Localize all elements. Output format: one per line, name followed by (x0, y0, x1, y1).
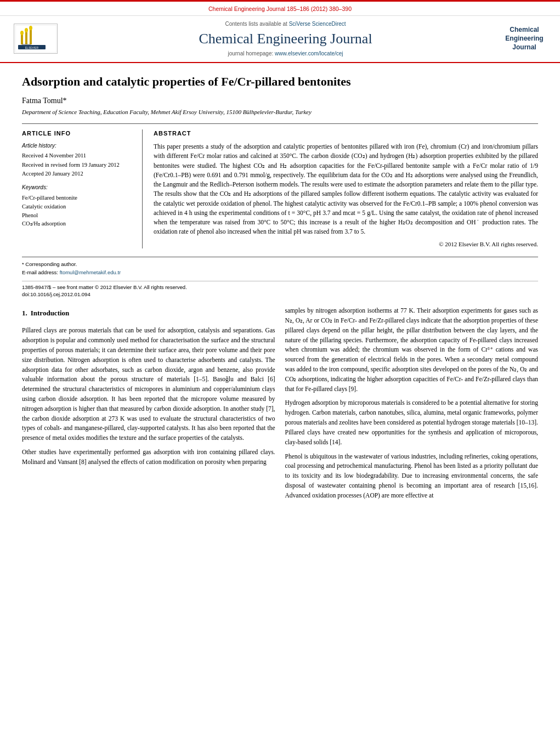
keyword-1: Fe/Cr-pillared bentonite (22, 194, 134, 202)
elsevier-logo: ELSEVIER (11, 24, 60, 54)
section1-number: 1. (22, 308, 27, 318)
homepage-url[interactable]: www.elsevier.com/locate/cej (275, 50, 343, 56)
svg-point-6 (29, 26, 32, 30)
sciverse-prefix: Contents lists available at (225, 21, 287, 27)
svg-rect-5 (30, 29, 32, 44)
header-right: Chemical Engineering Journal (500, 26, 549, 52)
body-left-col: 1. Introduction Pillared clays are porou… (22, 306, 275, 505)
revised-date: Received in revised form 19 January 2012 (22, 161, 134, 169)
article-info-col: ARTICLE INFO Article history: Received 4… (22, 129, 143, 248)
homepage-prefix: journal homepage: (228, 50, 273, 56)
body-right-col: samples by nitrogen adsorption isotherms… (285, 306, 539, 505)
body-col2-para3: Phenol is ubiquitous in the wastewater o… (285, 452, 539, 501)
abstract-col: ABSTRACT This paper presents a study of … (154, 129, 538, 248)
article-content: Adsorption and catalytic properties of F… (0, 63, 560, 516)
svg-text:ELSEVIER: ELSEVIER (25, 46, 38, 49)
abstract-heading: ABSTRACT (154, 129, 538, 138)
svg-point-4 (25, 28, 28, 32)
header-center: Contents lists available at SciVerse Sci… (71, 20, 500, 58)
body-col1-para1: Pillared clays are porous materials that… (22, 326, 275, 443)
article-info-abstract: ARTICLE INFO Article history: Received 4… (22, 123, 538, 248)
keyword-3: Phenol (22, 211, 134, 220)
copyright-line: © 2012 Elsevier B.V. All rights reserved… (154, 240, 538, 248)
body-col2-para2: Hydrogen adsorption by microporous mater… (285, 398, 539, 447)
article-footnote-area: * Corresponding author. E-mail address: … (22, 257, 538, 298)
keywords-section: Keywords: Fe/Cr-pillared bentonite Catal… (22, 184, 134, 228)
section-title-row: 1. Introduction (22, 306, 275, 323)
body-two-col: 1. Introduction Pillared clays are porou… (22, 306, 538, 505)
email-row: E-mail address: ftomul@mehmetakif.edu.tr (22, 269, 538, 276)
svg-rect-3 (25, 31, 27, 44)
email-label: E-mail address: (22, 269, 58, 275)
article-info-heading: ARTICLE INFO (22, 129, 134, 138)
body-col2-para1: samples by nitrogen adsorption isotherms… (285, 306, 539, 394)
abstract-text: This paper presents a study of the adsor… (154, 142, 538, 237)
section1-title: Introduction (31, 308, 70, 318)
page: Chemical Engineering Journal 185–186 (20… (0, 0, 560, 741)
corresponding-note: * Corresponding author. (22, 261, 77, 268)
sciverse-link: SciVerse ScienceDirect (289, 21, 346, 27)
journal-header-bar: Chemical Engineering Journal 185–186 (20… (0, 0, 560, 13)
received-date: Received 4 November 2011 (22, 152, 134, 160)
footnote-row: * Corresponding author. (22, 261, 538, 268)
issn-text: 1385-8947/$ – see front matter © 2012 El… (22, 284, 538, 291)
sciverse-line: Contents lists available at SciVerse Sci… (71, 20, 500, 28)
journal-name-right: Chemical Engineering Journal (500, 26, 549, 52)
issn-doi-row: 1385-8947/$ – see front matter © 2012 El… (22, 281, 538, 298)
author-name: Fatma Tomul* (22, 95, 538, 106)
affiliation: Department of Science Teaching, Educatio… (22, 108, 538, 116)
elsevier-logo-image: ELSEVIER (14, 24, 58, 54)
keyword-4: CO₂/H₂ adsorption (22, 219, 134, 228)
doi-text: doi:10.1016/j.cej.2012.01.094 (22, 291, 538, 298)
svg-point-2 (20, 31, 24, 35)
keywords-label: Keywords: (22, 184, 134, 191)
article-title: Adsorption and catalytic properties of F… (22, 74, 538, 90)
journal-homepage-line: journal homepage: www.elsevier.com/locat… (71, 50, 500, 58)
journal-title-main: Chemical Engineering Journal (71, 29, 500, 49)
keyword-2: Catalytic oxidation (22, 202, 134, 211)
elsevier-logo-svg: ELSEVIER (15, 25, 56, 53)
journal-ref-line: Chemical Engineering Journal 185–186 (20… (11, 5, 549, 13)
article-history-label: Article history: (22, 142, 134, 150)
email-address: ftomul@mehmetakif.edu.tr (60, 269, 121, 275)
accepted-date: Accepted 20 January 2012 (22, 170, 134, 178)
top-header: ELSEVIER Contents lists available at Sci… (0, 15, 560, 63)
body-col1-para2: Other studies have experimentally perfor… (22, 448, 275, 467)
